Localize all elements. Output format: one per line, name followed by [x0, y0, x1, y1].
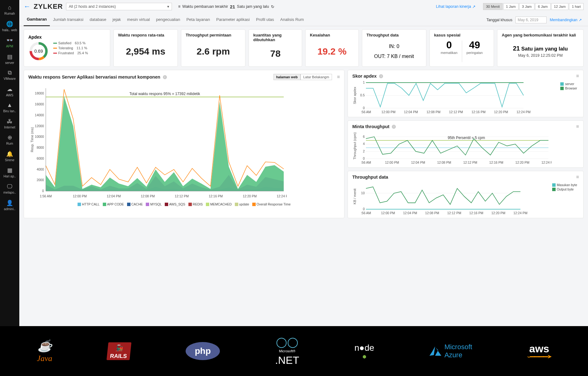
svg-text:6000: 6000: [37, 157, 44, 160]
svg-text:Resp. Time (ms): Resp. Time (ms): [30, 127, 34, 152]
legend-aws_sqs[interactable]: AWS_SQS: [165, 202, 185, 206]
kpi-special-cases: kasus spesial 0mematikan 49peringatan: [429, 29, 494, 67]
custom-date-label: Tanggal khusus: [486, 18, 512, 22]
toggle-web-pages[interactable]: halaman web: [273, 74, 301, 80]
tab-jumlah-transaksi[interactable]: Jumlah transaksi: [50, 14, 87, 26]
svg-text:12:24 PM: 12:24 PM: [277, 194, 287, 198]
info-icon[interactable]: i: [379, 74, 383, 78]
svg-text:95th Persentil = 5 cpm: 95th Persentil = 5 cpm: [448, 136, 485, 140]
svg-text:12:24 PM: 12:24 PM: [517, 110, 531, 114]
rails-logo: 🚂RAILS: [107, 342, 131, 360]
svg-text:0: 0: [363, 106, 365, 110]
svg-text:6: 6: [363, 135, 365, 138]
svg-text:16000: 16000: [35, 102, 44, 106]
calendar-icon: ▦: [7, 167, 12, 174]
external-link-icon: ↗: [579, 18, 582, 22]
legend-overall-response-time[interactable]: Overall Response Time: [252, 202, 291, 206]
sidebar-item-server[interactable]: ▤server: [0, 51, 19, 67]
bell-icon: 🔔: [6, 151, 13, 157]
legend-http-call[interactable]: HTTP CALL: [78, 202, 99, 206]
tab-peta-layanan[interactable]: Peta layanan: [183, 14, 213, 26]
kpi-apdex: Apdex 0.69 Satisfied 63.5 % Tolerating 1…: [24, 29, 110, 67]
sidebar-item-home[interactable]: ⌂Rumah: [0, 2, 19, 18]
svg-text:12:00 PM: 12:00 PM: [381, 211, 395, 215]
sidebar-item-vmware[interactable]: ⧉VMware: [0, 67, 19, 83]
svg-text:12:04 PM: 12:04 PM: [404, 110, 418, 114]
data-throughput-chart-panel: Throughput data ≡ 010KB / menit:56 AM12:…: [348, 171, 584, 218]
time-range-1-hari[interactable]: 1 hari: [569, 3, 584, 10]
info-icon[interactable]: i: [392, 125, 396, 129]
dotnet-logo: ◯◯Microsoft®.NET: [275, 336, 299, 366]
custom-date-input[interactable]: [515, 17, 547, 23]
tab-database[interactable]: database: [87, 14, 110, 26]
tech-logos-strip: ☕Java 🚂RAILS php ◯◯Microsoft®.NET n●de⬢ …: [0, 326, 588, 376]
legend-app-code[interactable]: APP CODE: [103, 202, 124, 206]
svg-text:12:12 PM: 12:12 PM: [463, 161, 477, 164]
sidebar-item-globe[interactable]: 🌐hala.. web: [0, 18, 19, 35]
tab-jejak[interactable]: jejak: [109, 14, 124, 26]
sidebar-item-bell[interactable]: 🔔Sirene: [0, 148, 19, 165]
tab-mesin-virtual[interactable]: mesin virtual: [124, 14, 153, 26]
svg-text:12000: 12000: [35, 124, 44, 128]
tab-profil-utas[interactable]: Profil utas: [253, 14, 277, 26]
kpi-request-throughput: Throughput permintaan 2.6 rpm: [181, 29, 245, 67]
throughput-chart-panel: Minta throughput i ≡ 0246Throughput (cpm…: [348, 120, 584, 168]
svg-text:12:04 PM: 12:04 PM: [403, 211, 417, 215]
sidebar-item-aws[interactable]: ☁AWS: [0, 83, 19, 100]
chart-menu-icon[interactable]: ≡: [576, 73, 579, 79]
svg-text:12:20 PM: 12:20 PM: [491, 211, 505, 215]
tab-gambaran[interactable]: Gambaran: [24, 14, 50, 26]
refresh-icon[interactable]: ↻: [271, 4, 274, 9]
chart-menu-icon[interactable]: ≡: [576, 174, 579, 180]
svg-text:0.69: 0.69: [34, 49, 43, 54]
sidebar-item-calendar[interactable]: ▦Hari ap..: [0, 164, 19, 181]
sidebar-item-report[interactable]: 🖵melapo..: [0, 181, 19, 197]
performance-report-link[interactable]: Lihat laporan kinerja ↗: [436, 4, 476, 9]
chart-menu-icon[interactable]: ≡: [576, 124, 579, 129]
time-range-12-Jam[interactable]: 12 Jam: [551, 3, 569, 10]
network-icon: 🖧: [7, 118, 12, 125]
legend-cache[interactable]: CACHE: [127, 202, 143, 206]
info-icon[interactable]: i: [163, 75, 167, 79]
compare-link[interactable]: Membandingkan ↗: [550, 18, 582, 22]
sidebar-item-rum[interactable]: ⊕Rum: [0, 132, 19, 148]
globe-icon: 🌐: [6, 21, 13, 27]
kpi-agent-comm: Agen yang berkomunikasi terakhir kali 21…: [497, 29, 584, 67]
rum-icon: ⊕: [7, 134, 12, 141]
svg-text:10: 10: [361, 191, 365, 195]
legend-redis[interactable]: REDIS: [188, 202, 203, 206]
sidebar-item-binoculars[interactable]: 👓APM: [0, 34, 19, 51]
aws-icon: ☁: [7, 86, 12, 93]
svg-text:12:08 PM: 12:08 PM: [437, 161, 451, 164]
sidebar-item-azure[interactable]: ▲Biru lan..: [0, 99, 19, 116]
svg-text:4: 4: [363, 142, 365, 146]
azure-logo: MicrosoftAzure: [429, 343, 472, 359]
svg-text:Total waktu respons 95% = 1739: Total waktu respons 95% = 17392 milideti…: [129, 92, 200, 96]
svg-text:Throughput (cpm): Throughput (cpm): [353, 132, 357, 159]
legend-mysql[interactable]: MYSQL: [146, 202, 162, 206]
admin-icon: 👤: [6, 200, 13, 206]
svg-text:0: 0: [363, 207, 365, 211]
app-name: ZYLKER: [34, 2, 63, 11]
tab-pengecualian[interactable]: pengecualian: [153, 14, 183, 26]
kpi-response-time: Waktu respons rata-rata 2,954 ms: [113, 29, 178, 67]
host-filter-select[interactable]: All (2 hosts and 2 instances) ▾: [66, 3, 172, 10]
sidebar-item-network[interactable]: 🖧Internet: [0, 116, 19, 132]
time-range-3-Jam[interactable]: 3 Jam: [519, 3, 534, 10]
time-range-6-Jam[interactable]: 6 Jam: [535, 3, 550, 10]
tab-analisis-rum[interactable]: Analisis Rum: [277, 14, 307, 26]
toggle-background[interactable]: Latar Belakangm: [301, 74, 332, 80]
php-logo: php: [186, 342, 220, 360]
time-range-30-Menit[interactable]: 30 Menit: [483, 3, 502, 10]
legend-update[interactable]: update: [235, 202, 249, 206]
tab-parameter-aplikasi[interactable]: Parameter aplikasi: [213, 14, 253, 26]
svg-text:0: 0: [363, 157, 365, 160]
time-range-1-Jam[interactable]: 1 Jam: [503, 3, 519, 10]
back-arrow-icon[interactable]: ←: [24, 2, 31, 11]
svg-text:12:20 PM: 12:20 PM: [515, 161, 529, 164]
svg-text:12:12 PM: 12:12 PM: [449, 110, 463, 114]
legend-memcached[interactable]: MEMCACHED: [206, 202, 232, 206]
apdex-chart-panel: Skor apdex i ≡ 00.51Skor apdex:56 AM12:0…: [348, 70, 584, 117]
sidebar-item-admin[interactable]: 👤admini..: [0, 197, 19, 214]
chart-menu-icon[interactable]: ≡: [337, 74, 340, 80]
